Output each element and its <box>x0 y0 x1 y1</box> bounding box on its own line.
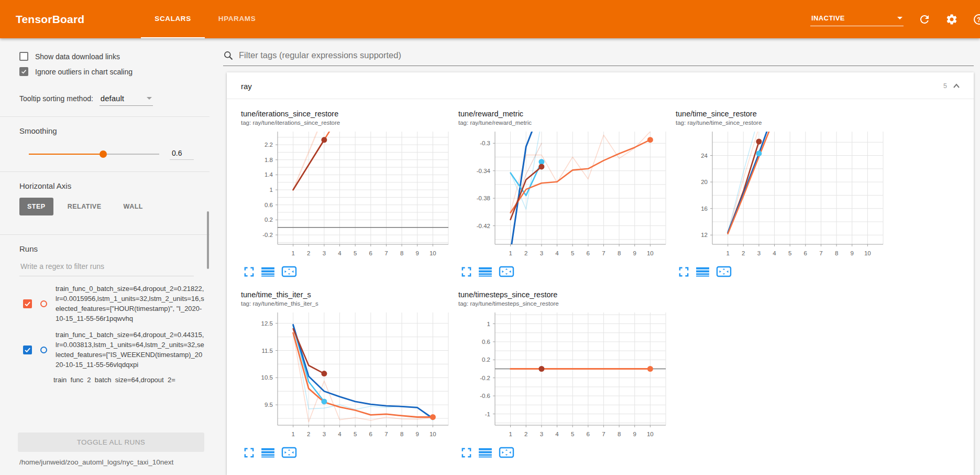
app-header: TensorBoard SCALARS HPARAMS INACTIVE ? <box>0 0 980 38</box>
chevron-down-icon <box>897 17 902 19</box>
svg-text:6: 6 <box>587 431 590 437</box>
runs-selector-icon[interactable] <box>696 266 709 277</box>
chart-toolbar <box>241 265 458 278</box>
checkbox-unchecked[interactable] <box>19 52 28 61</box>
svg-text:0.2: 0.2 <box>482 357 490 363</box>
expand-chart-icon[interactable] <box>461 266 472 277</box>
runs-selector-icon[interactable] <box>479 447 492 458</box>
runs-filter-input[interactable] <box>19 262 194 271</box>
ray-section-header[interactable]: ray 5 <box>227 72 974 99</box>
fit-domain-icon[interactable] <box>499 265 514 278</box>
chart-plot[interactable]: 1216202412345678910 <box>676 129 887 261</box>
chart-tag: tag: ray/tune/timesteps_since_restore <box>458 300 676 307</box>
toggle-all-runs-button[interactable]: TOGGLE ALL RUNS <box>18 433 204 452</box>
chart-tag: tag: ray/tune/time_this_iter_s <box>241 300 458 307</box>
svg-text:2: 2 <box>307 250 310 256</box>
tab-scalars[interactable]: SCALARS <box>141 0 204 38</box>
expand-chart-icon[interactable] <box>461 447 472 458</box>
svg-text:12.5: 12.5 <box>261 320 273 327</box>
tooltip-sorting-dropdown[interactable]: default <box>100 93 153 106</box>
svg-text:2: 2 <box>524 431 527 437</box>
svg-text:20: 20 <box>701 179 708 185</box>
expand-chart-icon[interactable] <box>244 447 255 458</box>
run-radio[interactable] <box>40 347 47 353</box>
chevron-up-icon[interactable] <box>952 81 961 91</box>
svg-text:2: 2 <box>307 431 310 437</box>
svg-text:16: 16 <box>701 206 708 212</box>
chevron-down-icon <box>147 97 152 100</box>
chart-plot[interactable]: -0.20.20.611.41.82.212345678910 <box>241 129 453 261</box>
chart-grid: tune/iterations_since_restoretag: ray/tu… <box>227 99 974 459</box>
svg-text:1: 1 <box>291 250 294 256</box>
run-item[interactable]: train_func_0_batch_size=64,dropout_2=0.2… <box>23 284 205 323</box>
tooltip-sorting-value: default <box>101 94 124 103</box>
svg-text:3: 3 <box>323 431 326 437</box>
axis-step-button[interactable]: STEP <box>19 198 53 215</box>
svg-text:5: 5 <box>354 431 357 437</box>
chart-title: tune/reward_metric <box>458 110 676 118</box>
status-label: INACTIVE <box>811 14 845 22</box>
section-title: ray <box>241 82 252 91</box>
chart-plot[interactable]: -1-0.6-0.20.20.6112345678910 <box>458 310 670 442</box>
chart-toolbar <box>676 265 893 278</box>
svg-text:9: 9 <box>633 431 636 437</box>
fit-domain-icon[interactable] <box>716 265 732 278</box>
svg-text:-0.34: -0.34 <box>477 168 491 174</box>
main-area: ray 5 tune/iterations_since_restoretag: … <box>210 38 980 475</box>
run-label: train_func_0_batch_size=64,dropout_2=0.2… <box>56 284 205 323</box>
ray-card: ray 5 tune/iterations_since_restoretag: … <box>227 72 974 475</box>
svg-text:3: 3 <box>540 431 543 437</box>
svg-text:?: ? <box>977 16 980 23</box>
fit-domain-icon[interactable] <box>281 265 297 278</box>
fit-domain-icon[interactable] <box>499 446 514 459</box>
svg-text:5: 5 <box>788 250 791 256</box>
run-item[interactable]: train_func_2_batch_size=64,dropout_2= <box>53 376 205 383</box>
slider-thumb[interactable] <box>100 150 107 158</box>
runs-selector-icon[interactable] <box>261 447 274 458</box>
chart-title: tune/iterations_since_restore <box>241 110 458 118</box>
chart-toolbar <box>241 446 458 459</box>
fit-domain-icon[interactable] <box>281 446 297 459</box>
axis-relative-button[interactable]: RELATIVE <box>60 198 109 215</box>
expand-chart-icon[interactable] <box>678 266 689 277</box>
option-ignore-outliers[interactable]: Ignore outliers in chart scaling <box>19 67 210 76</box>
run-radio[interactable] <box>40 300 47 307</box>
svg-text:9: 9 <box>416 250 419 256</box>
svg-text:1: 1 <box>270 187 273 193</box>
run-checkbox[interactable] <box>23 346 32 354</box>
expand-chart-icon[interactable] <box>244 266 255 277</box>
run-list: train_func_0_batch_size=64,dropout_2=0.2… <box>0 284 210 431</box>
svg-text:4: 4 <box>555 250 559 256</box>
smoothing-value[interactable]: 0.6 <box>170 148 194 160</box>
chart-plot[interactable]: -0.42-0.38-0.34-0.312345678910 <box>458 129 670 261</box>
help-icon[interactable]: ? <box>973 13 978 26</box>
runs-label: Runs <box>19 244 210 253</box>
runs-selector-icon[interactable] <box>261 266 274 277</box>
svg-text:7: 7 <box>819 250 822 256</box>
smoothing-slider[interactable] <box>29 154 159 155</box>
svg-text:1: 1 <box>509 431 512 437</box>
settings-gear-icon[interactable] <box>945 13 958 26</box>
option-label: Show data download links <box>35 52 120 61</box>
checkbox-checked[interactable] <box>19 67 28 76</box>
svg-text:5: 5 <box>571 250 574 256</box>
tab-hparams[interactable]: HPARAMS <box>205 0 269 38</box>
run-checkbox[interactable] <box>23 299 32 308</box>
content-area: Show data download links Ignore outliers… <box>0 38 980 475</box>
runs-selector-icon[interactable] <box>479 266 492 277</box>
smoothing-slider-row: 0.6 <box>19 148 194 160</box>
filter-tags-input[interactable] <box>238 50 974 61</box>
sidebar: Show data download links Ignore outliers… <box>0 38 210 475</box>
svg-text:3: 3 <box>540 250 543 256</box>
refresh-icon[interactable] <box>918 13 931 26</box>
tooltip-sorting-label: Tooltip sorting method: <box>19 94 93 103</box>
svg-text:0.6: 0.6 <box>265 202 273 208</box>
option-show-download-links[interactable]: Show data download links <box>19 52 210 61</box>
header-actions: INACTIVE ? <box>810 0 978 38</box>
chart-plot[interactable]: 9.510.511.512.512345678910 <box>241 310 453 442</box>
svg-text:8: 8 <box>618 250 621 256</box>
run-item[interactable]: train_func_1_batch_size=64,dropout_2=0.4… <box>23 330 205 370</box>
axis-wall-button[interactable]: WALL <box>116 198 151 215</box>
sidebar-scrollbar[interactable] <box>207 211 209 269</box>
status-dropdown[interactable]: INACTIVE <box>810 12 904 26</box>
